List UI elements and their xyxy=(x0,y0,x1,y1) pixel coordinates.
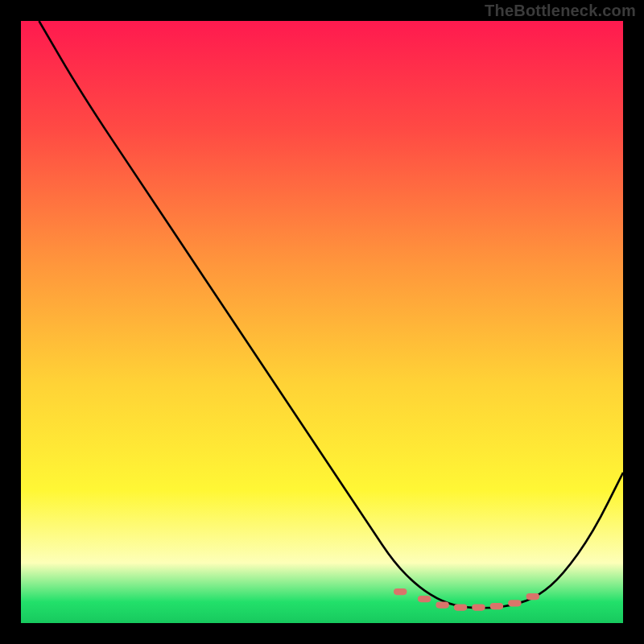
highlight-markers xyxy=(394,588,539,611)
highlight-marker xyxy=(454,604,467,610)
highlight-marker xyxy=(490,603,503,609)
chart-frame: TheBottleneck.com xyxy=(0,0,644,644)
plot-area xyxy=(21,21,623,623)
highlight-marker xyxy=(472,604,485,610)
highlight-marker xyxy=(526,593,539,600)
watermark-text: TheBottleneck.com xyxy=(485,2,636,20)
bottleneck-curve xyxy=(39,21,623,608)
curve-overlay xyxy=(21,21,623,623)
highlight-marker xyxy=(418,596,431,602)
highlight-marker xyxy=(508,600,521,606)
highlight-marker xyxy=(436,601,448,608)
highlight-marker xyxy=(394,588,407,595)
